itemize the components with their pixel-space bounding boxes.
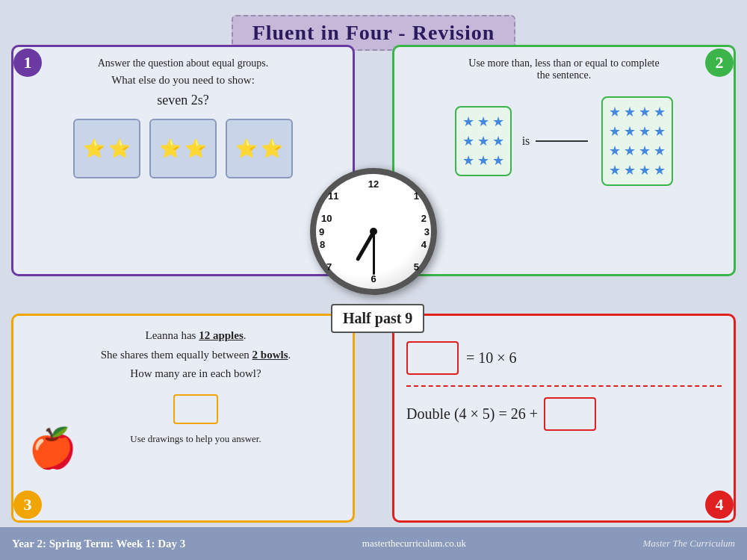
clock-num-2: 2 <box>421 213 427 224</box>
clock-num-9: 9 <box>319 226 324 237</box>
badge-4: 4 <box>705 491 734 519</box>
q2-comparison: ★★★ ★★★ ★★★ is ★★★★ ★★★★ ★★★★ ★★★★ <box>406 96 722 186</box>
clock-num-10: 10 <box>321 213 332 224</box>
star: ⭐ <box>185 140 207 158</box>
question-1-box: Answer the question about equal groups. … <box>11 45 355 276</box>
q1-subtext: seven 2s? <box>25 93 341 108</box>
clock-minute-hand <box>373 231 375 275</box>
q3-apples-bold: 12 apples <box>199 329 244 341</box>
q3-bowls-bold: 2 bowls <box>252 349 288 361</box>
q1-star-boxes: ⭐ ⭐ ⭐ ⭐ ⭐ ⭐ <box>25 119 341 178</box>
clock-face: 12 1 2 3 4 5 6 7 8 9 10 11 <box>310 168 437 295</box>
star-box-3: ⭐ ⭐ <box>226 119 293 178</box>
star: ⭐ <box>235 140 258 158</box>
q4-answer-box-2[interactable] <box>544 397 596 431</box>
q4-equation-2: Double (4 × 5) = 26 + <box>406 397 722 431</box>
clock-num-6: 6 <box>371 273 376 284</box>
star-box-2: ⭐ ⭐ <box>149 119 217 178</box>
q2-instruction: Use more than, less than or equal to com… <box>406 57 722 81</box>
clock-num-4: 4 <box>421 239 427 250</box>
clock-num-7: 7 <box>326 261 332 273</box>
badge-3: 3 <box>13 491 42 519</box>
footer-right: Master The Curriculum <box>643 538 736 550</box>
comparison-blank[interactable] <box>536 140 588 142</box>
clock-num-5: 5 <box>414 261 419 273</box>
star-box-1: ⭐ ⭐ <box>73 119 140 178</box>
q3-main-text: Leanna has 12 apples. She shares them eq… <box>51 326 341 384</box>
footer-left: Year 2: Spring Term: Week 1: Day 3 <box>12 538 185 550</box>
footer: Year 2: Spring Term: Week 1: Day 3 maste… <box>0 527 747 560</box>
q2-left-stars: ★★★ ★★★ ★★★ <box>455 106 512 176</box>
half-past-label: Half past 9 <box>331 304 424 333</box>
q1-question: What else do you need to show: <box>25 74 341 87</box>
q4-divider <box>406 385 722 387</box>
page-title: Fluent in Four - Revision <box>247 21 500 45</box>
question-2-box: Use more than, less than or equal to com… <box>392 45 736 276</box>
clock-center-dot <box>370 228 377 235</box>
q3-hint: Use drawings to help you answer. <box>51 433 341 445</box>
star: ⭐ <box>83 140 105 158</box>
badge-1: 1 <box>13 49 42 77</box>
clock-container: 12 1 2 3 4 5 6 7 8 9 10 11 <box>310 168 437 295</box>
q4-eq2-prefix: Double (4 × 5) = 26 + <box>406 405 538 423</box>
clock-num-11: 11 <box>328 190 338 202</box>
footer-center: masterthecurriculum.co.uk <box>185 538 642 550</box>
star: ⭐ <box>108 140 131 158</box>
q3-answer-box[interactable] <box>173 394 218 424</box>
is-label: is <box>522 134 530 148</box>
q2-right-stars: ★★★★ ★★★★ ★★★★ ★★★★ <box>601 96 673 186</box>
clock-num-12: 12 <box>368 178 379 190</box>
apple-icon: 🍎 <box>28 429 77 468</box>
badge-2: 2 <box>705 49 734 77</box>
q4-answer-box-1[interactable] <box>406 341 459 375</box>
star: ⭐ <box>159 140 182 158</box>
clock-num-1: 1 <box>414 190 419 202</box>
q1-instruction: Answer the question about equal groups. <box>25 57 341 69</box>
clock-num-8: 8 <box>320 239 325 250</box>
question-3-box: Leanna has 12 apples. She shares them eq… <box>11 314 355 523</box>
star: ⭐ <box>261 140 283 158</box>
q4-eq1-text: = 10 × 6 <box>466 349 517 367</box>
q4-equation-1: = 10 × 6 <box>406 341 722 375</box>
clock-num-3: 3 <box>424 226 430 237</box>
question-4-box: = 10 × 6 Double (4 × 5) = 26 + <box>392 314 736 523</box>
